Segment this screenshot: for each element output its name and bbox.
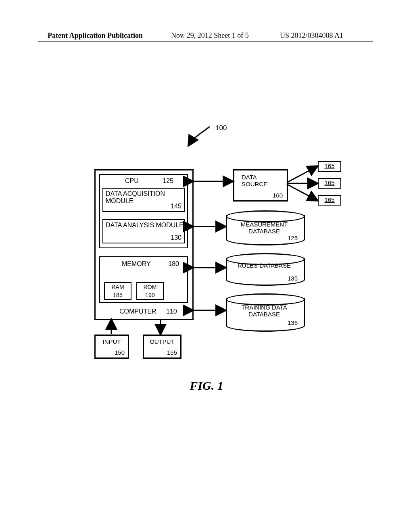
output-block: OUTPUT 155	[143, 335, 181, 359]
data-ana-ref: 130	[171, 234, 181, 241]
computer-ref: 110	[166, 308, 177, 315]
ram-block: RAM 185	[104, 282, 131, 300]
header-date-sheet: Nov. 29, 2012 Sheet 1 of 5	[171, 31, 249, 40]
data-source-block: DATA SOURCE 160	[233, 169, 288, 202]
db-training-ref: 136	[226, 319, 302, 326]
connectors-overlay	[0, 0, 413, 532]
memory-label: MEMORY	[122, 260, 151, 268]
source-165-c-label: 165	[324, 196, 334, 203]
input-block: INPUT 150	[94, 335, 129, 359]
page: Patent Application Publication Nov. 29, …	[0, 0, 413, 532]
db-rules-ref: 135	[226, 275, 302, 282]
db-measure-label: MEASUREMENT DATABASE	[226, 221, 302, 235]
rom-block: ROM 190	[136, 282, 164, 300]
rom-ref: 190	[137, 292, 163, 298]
source-165-a: 165	[318, 161, 341, 172]
svg-line-4	[287, 166, 317, 183]
memory-ref: 180	[168, 260, 179, 268]
data-source-ref: 160	[273, 192, 283, 199]
cpu-label: CPU	[125, 177, 139, 185]
source-165-b: 165	[318, 178, 341, 189]
system-reference-label: 100	[215, 124, 227, 132]
data-acquisition-module: DATA ACQUISITION MODULE 145	[102, 188, 185, 212]
cpu-ref: 125	[163, 177, 173, 185]
data-ana-label: DATA ANALYSIS MODULE	[106, 222, 184, 229]
computer-label: COMPUTER	[119, 308, 156, 315]
source-165-a-label: 165	[324, 162, 334, 169]
ram-ref: 185	[105, 292, 131, 298]
data-analysis-module: DATA ANALYSIS MODULE 130	[102, 219, 185, 243]
header-divider	[38, 41, 373, 42]
source-165-b-label: 165	[324, 179, 334, 186]
source-165-c: 165	[318, 195, 341, 206]
rom-label: ROM	[137, 284, 163, 290]
db-training-label: TRAINING DATA DATABASE	[226, 304, 302, 318]
figure-caption: FIG. 1	[0, 379, 413, 393]
input-label: INPUT	[96, 338, 128, 345]
input-ref: 150	[115, 349, 125, 356]
db-rules-label: RULES DATABASE	[226, 262, 302, 269]
output-label: OUTPUT	[144, 338, 180, 345]
ram-label: RAM	[105, 284, 131, 290]
db-bottom-icon	[226, 326, 305, 332]
header-publication: Patent Application Publication	[48, 31, 143, 40]
header-pubnum: US 2012/0304008 A1	[280, 31, 343, 40]
output-ref: 155	[167, 349, 177, 356]
data-acq-ref: 145	[171, 203, 181, 210]
db-measure-ref: 125	[226, 235, 302, 241]
data-source-label: DATA SOURCE	[242, 174, 282, 187]
svg-line-6	[287, 184, 317, 200]
